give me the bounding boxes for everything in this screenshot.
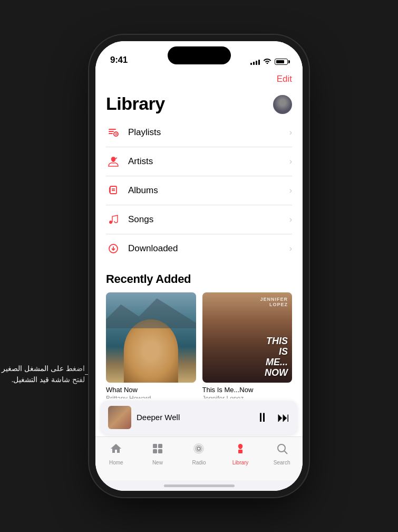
album-art-jlo: JENNIFERLOPEZ THISISME...NOW [202, 292, 293, 383]
svg-rect-14 [158, 444, 162, 448]
albums-chevron: › [289, 186, 292, 195]
annotation: اضغط على المشغل الصغير لفتح شاشة قيد الت… [1, 363, 85, 385]
album-art-what-now [106, 292, 196, 383]
battery-icon [275, 59, 288, 65]
svg-point-18 [278, 444, 285, 452]
recently-added-grid: What Now Brittany Howard JENNIFERLOPEZ T… [95, 292, 303, 398]
svg-rect-13 [153, 444, 157, 448]
tab-home-label: Home [109, 460, 123, 466]
songs-chevron: › [289, 215, 292, 224]
wifi-icon [263, 58, 271, 65]
menu-item-albums[interactable]: Albums › [106, 176, 292, 205]
what-now-figure [124, 319, 178, 382]
menu-item-songs[interactable]: Songs › [106, 205, 292, 234]
now-playing-info: Deeper Well [137, 413, 251, 422]
svg-marker-4 [115, 133, 118, 135]
albums-icon [106, 183, 121, 198]
now-playing-art [108, 406, 131, 429]
avatar[interactable] [273, 95, 292, 114]
signal-bar-1 [250, 63, 252, 65]
home-bar [164, 484, 235, 487]
tab-bar: Home New [95, 436, 303, 480]
album-artist-jlo: Jennifer Lopez [202, 395, 293, 399]
now-playing-controls: ⏸ ⏭ [256, 410, 290, 425]
menu-item-downloaded[interactable]: Downloaded › [106, 234, 292, 263]
status-time: 9:41 [110, 55, 128, 65]
new-icon [151, 442, 164, 458]
tab-search[interactable]: Search [261, 442, 303, 466]
svg-rect-6 [110, 186, 117, 194]
signal-bar-4 [258, 60, 260, 65]
search-icon [276, 442, 288, 458]
forward-icon: ⏭ [277, 410, 290, 425]
playlists-icon [106, 125, 121, 140]
songs-icon [106, 212, 121, 227]
albums-label: Albums [128, 185, 289, 196]
tab-new[interactable]: New [137, 442, 179, 466]
status-icons [250, 58, 288, 65]
downloaded-icon [106, 241, 121, 256]
avatar-image [273, 95, 292, 114]
svg-rect-17 [238, 450, 242, 453]
menu-item-artists[interactable]: Artists › [106, 147, 292, 176]
downloaded-label: Downloaded [128, 243, 289, 254]
tab-library-label: Library [232, 460, 249, 466]
tab-home[interactable]: Home [95, 442, 137, 466]
recently-added-title: Recently Added [95, 263, 303, 292]
songs-label: Songs [128, 214, 289, 225]
album-artist-what-now: Brittany Howard [106, 395, 196, 399]
edit-button[interactable]: Edit [271, 70, 292, 89]
tab-search-label: Search [274, 460, 290, 466]
jlo-album-text: THISISME...NOW [207, 336, 288, 378]
svg-rect-16 [158, 449, 162, 453]
playlists-chevron: › [289, 128, 292, 137]
now-playing-bar[interactable]: Deeper Well ⏸ ⏭ [101, 401, 297, 434]
pause-icon: ⏸ [256, 410, 269, 425]
library-menu: Playlists › Artists › [95, 118, 303, 263]
tab-new-label: New [152, 460, 163, 466]
svg-line-19 [284, 451, 287, 454]
svg-rect-0 [109, 129, 116, 130]
artists-chevron: › [289, 157, 292, 166]
svg-rect-15 [153, 449, 157, 453]
phone-frame: 9:41 [95, 41, 303, 491]
status-bar: 9:41 [95, 41, 303, 70]
svg-rect-1 [109, 131, 114, 132]
downloaded-chevron: › [289, 244, 292, 253]
album-title-what-now: What Now [106, 386, 196, 394]
album-card-what-now[interactable]: What Now Brittany Howard [106, 292, 196, 398]
main-content: Edit Library [95, 70, 303, 398]
album-card-jlo[interactable]: JENNIFERLOPEZ THISISME...NOW This Is Me.… [202, 292, 293, 398]
radio-icon [192, 442, 205, 458]
album-title-jlo: This Is Me...Now [202, 386, 293, 394]
svg-marker-12 [106, 298, 196, 328]
annotation-text: اضغط على المشغل الصغير لفتح شاشة قيد الت… [2, 364, 85, 384]
home-indicator [95, 480, 303, 491]
jlo-art-bg: JENNIFERLOPEZ THISISME...NOW [202, 292, 293, 383]
what-now-art-bg [106, 292, 196, 383]
artists-icon [106, 154, 121, 169]
tab-library[interactable]: Library [220, 442, 261, 466]
battery-fill [276, 60, 284, 63]
signal-bar-3 [256, 61, 257, 65]
svg-rect-2 [109, 133, 113, 134]
forward-button[interactable]: ⏭ [277, 410, 290, 425]
artists-label: Artists [128, 156, 289, 167]
home-icon [110, 442, 122, 458]
page-title: Library [106, 93, 165, 114]
signal-bars [250, 59, 260, 65]
library-icon [234, 442, 247, 458]
pause-button[interactable]: ⏸ [256, 410, 269, 425]
signal-bar-2 [253, 62, 255, 65]
playlists-label: Playlists [128, 127, 289, 138]
dynamic-island [168, 46, 231, 64]
svg-rect-7 [109, 187, 110, 193]
jlo-artist-name: JENNIFERLOPEZ [207, 297, 288, 307]
tab-radio[interactable]: Radio [178, 442, 220, 466]
screen: 9:41 [95, 41, 303, 491]
page-header: Edit [95, 70, 303, 89]
tab-radio-label: Radio [192, 460, 206, 466]
menu-item-playlists[interactable]: Playlists › [106, 118, 292, 147]
now-playing-title: Deeper Well [137, 413, 180, 422]
